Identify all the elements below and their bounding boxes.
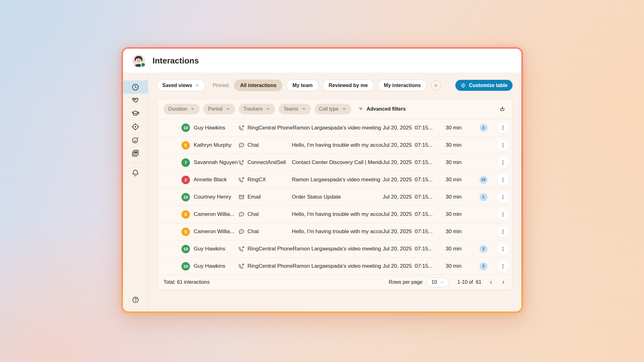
channel-label: RingCX xyxy=(247,177,266,183)
table-row[interactable]: 7 Savannah Nguyen ConnectAndSell Contact… xyxy=(157,154,512,171)
filter-label: Call type xyxy=(319,106,339,112)
kebab-icon xyxy=(500,229,506,235)
tab-my-team[interactable]: My team xyxy=(286,80,319,91)
filter-teams[interactable]: Teams xyxy=(279,104,311,114)
row-actions-button[interactable] xyxy=(497,157,509,168)
table-row[interactable]: 10 Guy Hawkins RingCentral Phone Ramon L… xyxy=(157,257,512,275)
interaction-description: Order Status Update xyxy=(292,194,383,200)
table-row[interactable]: 10 Courtney Henry Email Order Status Upd… xyxy=(157,188,512,206)
chevron-right-icon xyxy=(501,280,506,285)
kebab-icon xyxy=(500,125,506,131)
next-page-button[interactable] xyxy=(501,280,506,285)
tab-my-interactions[interactable]: My interactions xyxy=(378,80,427,91)
thread-count-badge: 3 xyxy=(480,124,487,132)
contact-name: Annette Black xyxy=(194,177,238,183)
filter-duration[interactable]: Duration xyxy=(164,104,200,114)
table-row[interactable]: 10 Guy Hawkins RingCentral Phone Ramon L… xyxy=(157,119,512,136)
add-view-button[interactable] xyxy=(431,80,441,90)
score-cell: 5 xyxy=(157,228,194,236)
interaction-description: Contact Center Discovery Call | Meridian xyxy=(292,159,383,166)
tab-reviewed-by-me[interactable]: Reviewed by me xyxy=(323,80,374,91)
advanced-filters-button[interactable]: Advanced filters xyxy=(358,106,406,112)
handshake-icon xyxy=(131,96,140,105)
main-content: Saved views Pinned: All interactions My … xyxy=(148,73,521,311)
saved-views-dropdown[interactable]: Saved views xyxy=(157,80,205,91)
table-row[interactable]: 5 Cameron Willia... Chat Hello, I'm havi… xyxy=(157,223,512,240)
row-actions-button[interactable] xyxy=(497,174,509,186)
row-actions-button[interactable] xyxy=(497,191,509,203)
score-cell: 10 xyxy=(157,193,194,201)
email-icon xyxy=(238,194,245,200)
interaction-duration: 30 min xyxy=(446,246,473,252)
table-row[interactable]: 5 Kathryn Murphy Chat Hello, I'm having … xyxy=(157,136,512,154)
score-badge: 10 xyxy=(181,123,190,132)
kebab-cell xyxy=(493,122,512,134)
score-cell: 7 xyxy=(157,158,194,167)
chevron-down-icon xyxy=(342,107,347,111)
interaction-date: Jul 20, 2025 07:15... xyxy=(383,159,446,166)
count-cell: 1 xyxy=(473,193,493,201)
filter-period[interactable]: Period xyxy=(203,104,235,114)
channel-label: Email xyxy=(247,194,261,200)
row-actions-button[interactable] xyxy=(497,140,509,151)
filter-call-type[interactable]: Call type xyxy=(314,104,351,114)
ai-smiley-icon xyxy=(131,136,140,144)
sidebar-item-interactions[interactable] xyxy=(123,80,148,94)
sidebar-item-learning[interactable] xyxy=(123,107,148,120)
sidebar-item-coaching[interactable] xyxy=(123,94,148,107)
score-badge: 5 xyxy=(181,210,190,219)
saved-views-label: Saved views xyxy=(162,83,192,88)
interaction-date: Jul 20, 2025 07:15... xyxy=(383,194,446,200)
row-actions-button[interactable] xyxy=(497,261,509,272)
help-button[interactable] xyxy=(123,296,148,304)
table-row[interactable]: 2 Annette Black RingCX Ramon Largaespada… xyxy=(157,171,512,188)
interaction-description: Hello, I'm having trouble with my accoun… xyxy=(292,228,383,235)
interaction-description: Ramon Largaespada's video meeting xyxy=(293,125,383,131)
table-row[interactable]: 10 Guy Hawkins RingCentral Phone Ramon L… xyxy=(157,240,512,257)
kebab-cell xyxy=(493,174,512,186)
interaction-date: Jul 20, 2025 07:15... xyxy=(383,142,446,148)
previous-page-button[interactable] xyxy=(488,280,494,285)
export-button[interactable] xyxy=(499,105,506,112)
row-actions-button[interactable] xyxy=(497,122,509,134)
chevron-down-icon xyxy=(190,107,195,111)
row-actions-button[interactable] xyxy=(497,226,509,238)
app-window: Interactions xyxy=(123,49,521,311)
interaction-date: Jul 20, 2025 07:15... xyxy=(383,228,446,235)
row-actions-button[interactable] xyxy=(497,243,509,255)
kebab-icon xyxy=(500,246,506,252)
app-window-frame: Interactions xyxy=(121,47,523,313)
sidebar-item-library[interactable] xyxy=(123,146,148,160)
interaction-date: Jul 20, 2025 07:15... xyxy=(383,246,446,252)
filter-label: Teams xyxy=(283,106,298,112)
row-actions-button[interactable] xyxy=(497,209,509,220)
kebab-icon xyxy=(500,194,506,200)
sidebar-item-notifications[interactable] xyxy=(123,166,148,179)
table-row[interactable]: 5 Cameron Willia... Chat Hello, I'm havi… xyxy=(157,206,512,223)
sidebar-item-ai-assistant[interactable] xyxy=(123,133,148,146)
interaction-description: Ramon Largaespada's video meeting xyxy=(293,263,383,269)
interaction-description: Hello, I'm having trouble with my accoun… xyxy=(292,211,383,217)
customize-table-button[interactable]: Customize table xyxy=(455,80,513,91)
desktop-background: Interactions xyxy=(0,0,644,362)
kebab-cell xyxy=(493,140,512,151)
channel-cell: Chat xyxy=(238,142,292,148)
kebab-cell xyxy=(493,157,512,168)
count-cell xyxy=(473,159,493,167)
filter-label: Duration xyxy=(168,106,187,112)
page-range-label: 1-10 of 61 xyxy=(458,279,482,285)
rows-per-page-select[interactable]: 10 xyxy=(427,277,449,287)
tab-all-interactions[interactable]: All interactions xyxy=(234,80,282,91)
score-badge: 10 xyxy=(181,245,190,253)
help-icon xyxy=(131,296,140,304)
contact-name: Cameron Willia... xyxy=(194,211,238,217)
user-avatar[interactable] xyxy=(132,54,145,67)
interaction-date: Jul 20, 2025 07:15... xyxy=(383,263,446,269)
advanced-filters-label: Advanced filters xyxy=(367,106,406,112)
score-cell: 10 xyxy=(157,262,194,271)
contact-name: Savannah Nguyen xyxy=(194,159,238,166)
chevron-left-icon xyxy=(488,280,494,285)
filter-trackers[interactable]: Trackers xyxy=(239,104,275,114)
sidebar-item-trackers[interactable] xyxy=(123,120,148,133)
contact-name: Courtney Henry xyxy=(194,194,238,200)
